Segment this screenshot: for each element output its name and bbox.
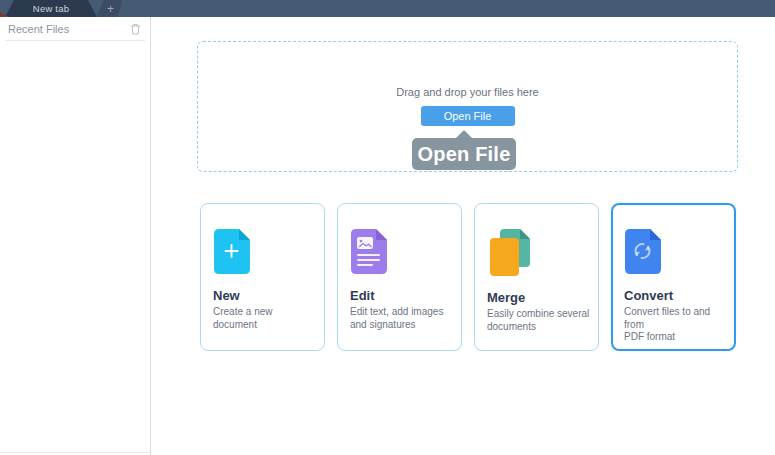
- card-desc-line: Easily combine several: [487, 308, 590, 321]
- card-merge[interactable]: Merge Easily combine several documents: [474, 203, 599, 351]
- card-title: Convert: [624, 288, 727, 303]
- new-tab-button[interactable]: +: [96, 0, 122, 17]
- trash-icon[interactable]: [130, 23, 141, 35]
- card-desc-line: document: [213, 319, 316, 332]
- card-desc-line: and signatures: [350, 319, 453, 332]
- tab-label: New tab: [33, 3, 69, 14]
- card-desc-line: PDF format: [624, 331, 727, 344]
- click-label-overlay: Open File: [412, 138, 516, 170]
- card-desc-line: Edit text, add images: [350, 306, 453, 319]
- convert-document-icon: [624, 228, 662, 275]
- sidebar-divider: [5, 40, 145, 41]
- card-desc-line: Create a new: [213, 306, 316, 319]
- card-description: Edit text, add images and signatures: [350, 306, 453, 331]
- tab-new-tab[interactable]: New tab: [5, 0, 97, 17]
- card-convert[interactable]: Convert Convert files to and from PDF fo…: [611, 203, 736, 351]
- new-document-icon: [213, 228, 251, 275]
- card-description: Convert files to and from PDF format: [624, 306, 727, 344]
- dropzone-hint: Drag and drop your files here: [396, 86, 538, 98]
- tab-bar: New tab +: [0, 0, 775, 17]
- card-desc-line: Convert files to and from: [624, 306, 727, 331]
- open-file-button[interactable]: Open File: [421, 106, 515, 126]
- tooltip-arrow-icon: [455, 130, 473, 139]
- card-title: Edit: [350, 288, 453, 303]
- card-description: Create a new document: [213, 306, 316, 331]
- tooltip-text: Open File: [418, 143, 511, 166]
- action-cards: New Create a new document Edit Edit text…: [200, 203, 736, 351]
- card-description: Easily combine several documents: [487, 308, 590, 333]
- edit-document-icon: [350, 228, 388, 275]
- recent-files-sidebar: Recent Files: [0, 17, 151, 455]
- recent-files-header: Recent Files: [0, 17, 150, 40]
- card-edit[interactable]: Edit Edit text, add images and signature…: [337, 203, 462, 351]
- card-new[interactable]: New Create a new document: [200, 203, 325, 351]
- card-title: New: [213, 288, 316, 303]
- card-desc-line: documents: [487, 321, 590, 334]
- merge-documents-icon: [487, 228, 533, 277]
- recent-files-label: Recent Files: [8, 23, 69, 35]
- card-title: Merge: [487, 290, 590, 305]
- pdf-app-window: New tab + Recent Files Drag and drop you…: [0, 0, 775, 455]
- plus-icon: +: [104, 3, 114, 15]
